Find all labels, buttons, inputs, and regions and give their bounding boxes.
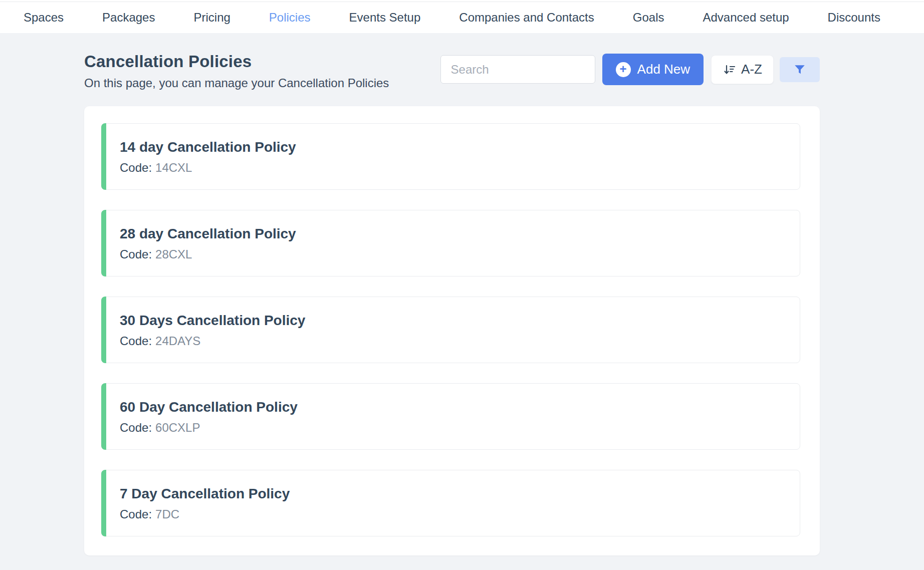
filter-button[interactable] xyxy=(780,57,820,82)
code-label: Code: xyxy=(120,421,152,434)
policy-code: Code:24DAYS xyxy=(120,334,800,348)
policy-title: 7 Day Cancellation Policy xyxy=(120,486,800,502)
policy-title: 30 Days Cancellation Policy xyxy=(120,313,800,329)
sort-az-button[interactable]: A-Z xyxy=(711,55,774,84)
main-navigation: Spaces Packages Pricing Policies Events … xyxy=(0,2,924,33)
policy-title: 60 Day Cancellation Policy xyxy=(120,399,800,415)
code-label: Code: xyxy=(120,334,152,348)
policy-code: Code:7DC xyxy=(120,507,800,521)
code-label: Code: xyxy=(120,247,152,261)
nav-item-packages[interactable]: Packages xyxy=(102,11,155,25)
nav-item-companies-and-contacts[interactable]: Companies and Contacts xyxy=(459,11,594,25)
nav-item-pricing[interactable]: Pricing xyxy=(193,11,230,25)
code-value: 7DC xyxy=(155,507,179,521)
code-label: Code: xyxy=(120,161,152,174)
nav-item-policies[interactable]: Policies xyxy=(269,11,311,25)
page-subtitle: On this page, you can manage your Cancel… xyxy=(84,76,389,90)
code-value: 60CXLP xyxy=(155,421,200,434)
add-new-label: Add New xyxy=(637,62,690,77)
nav-item-discounts[interactable]: Discounts xyxy=(828,11,880,25)
nav-item-spaces[interactable]: Spaces xyxy=(24,11,64,25)
plus-circle-icon: + xyxy=(616,62,631,77)
search-input[interactable] xyxy=(440,55,595,84)
policy-card[interactable]: 60 Day Cancellation Policy Code:60CXLP xyxy=(101,383,800,450)
code-value: 28CXL xyxy=(155,247,192,261)
nav-item-advanced-setup[interactable]: Advanced setup xyxy=(703,11,789,25)
sort-az-label: A-Z xyxy=(741,62,762,77)
policy-title: 14 day Cancellation Policy xyxy=(120,139,800,155)
policies-list-panel: 14 day Cancellation Policy Code:14CXL 28… xyxy=(84,106,820,555)
policy-code: Code:14CXL xyxy=(120,161,800,175)
page-content: Cancellation Policies On this page, you … xyxy=(84,33,820,555)
policy-code: Code:60CXLP xyxy=(120,421,800,435)
sort-descending-icon xyxy=(723,63,736,76)
nav-item-goals[interactable]: Goals xyxy=(633,11,664,25)
nav-item-events-setup[interactable]: Events Setup xyxy=(349,11,421,25)
add-new-button[interactable]: + Add New xyxy=(602,54,704,85)
code-label: Code: xyxy=(120,507,152,521)
policy-card[interactable]: 7 Day Cancellation Policy Code:7DC xyxy=(101,470,800,536)
code-value: 14CXL xyxy=(155,161,192,174)
page-header: Cancellation Policies On this page, you … xyxy=(84,33,820,90)
code-value: 24DAYS xyxy=(155,334,200,348)
toolbar: + Add New A-Z xyxy=(440,54,820,85)
policy-code: Code:28CXL xyxy=(120,247,800,261)
policy-card[interactable]: 28 day Cancellation Policy Code:28CXL xyxy=(101,210,800,276)
title-block: Cancellation Policies On this page, you … xyxy=(84,52,389,90)
funnel-icon xyxy=(793,63,806,76)
policy-card[interactable]: 14 day Cancellation Policy Code:14CXL xyxy=(101,123,800,190)
page-title: Cancellation Policies xyxy=(84,52,389,71)
policy-title: 28 day Cancellation Policy xyxy=(120,226,800,242)
policy-card[interactable]: 30 Days Cancellation Policy Code:24DAYS xyxy=(101,297,800,363)
